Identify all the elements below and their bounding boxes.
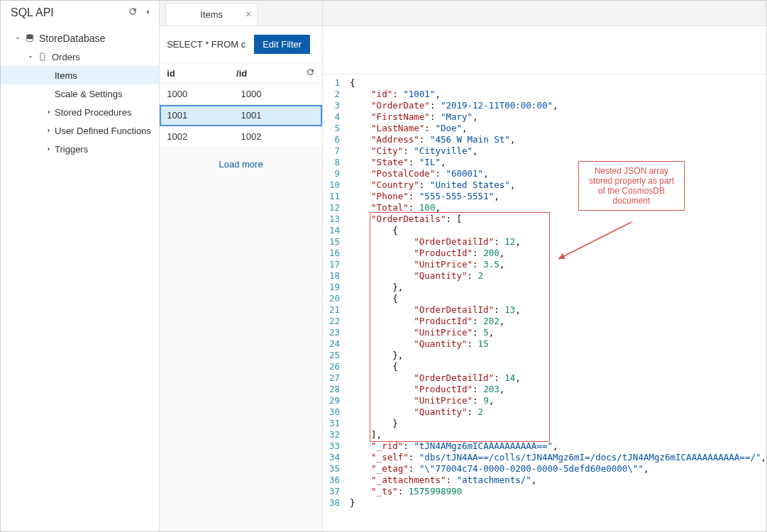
code-content[interactable]: { "id": "1001", "OrderDate": "2019-12-11… bbox=[344, 74, 766, 531]
document-editor: 1234567891011121314151617181920212223242… bbox=[323, 1, 766, 531]
tab-bar: Items × bbox=[160, 1, 322, 26]
tree-leaf[interactable]: Triggers bbox=[1, 140, 159, 158]
filter-bar: SELECT * FROM c Edit Filter bbox=[160, 26, 322, 63]
code-area[interactable]: 1234567891011121314151617181920212223242… bbox=[323, 74, 766, 531]
refresh-icon[interactable] bbox=[128, 6, 138, 19]
collapse-icon[interactable] bbox=[143, 6, 152, 19]
sidebar-title: SQL API bbox=[11, 6, 54, 19]
tree: StoreDatabase Orders ItemsScale & Settin… bbox=[1, 26, 159, 158]
list-header: id /id bbox=[160, 63, 322, 84]
cell-id: 1001 bbox=[167, 110, 241, 121]
tree-container[interactable]: Orders bbox=[1, 48, 159, 66]
list-item[interactable]: 10021002 bbox=[160, 126, 322, 148]
caret-down-icon bbox=[13, 35, 22, 42]
tree-database-label: StoreDatabase bbox=[39, 33, 105, 44]
tree-leaf-label: Scale & Settings bbox=[55, 89, 122, 99]
tab-label: Items bbox=[200, 9, 223, 20]
caret-down-icon bbox=[26, 53, 35, 60]
col-pk: /id bbox=[236, 68, 306, 79]
filter-query: SELECT * FROM c bbox=[167, 39, 245, 50]
load-more: Load more bbox=[160, 148, 322, 181]
cell-pk: 1001 bbox=[241, 110, 315, 121]
line-gutter: 1234567891011121314151617181920212223242… bbox=[323, 74, 344, 531]
tree-leaf-label: User Defined Functions bbox=[55, 126, 151, 136]
caret-right-icon bbox=[45, 109, 53, 116]
sidebar: SQL API StoreDatabase bbox=[1, 1, 160, 531]
editor-toolbar bbox=[323, 26, 766, 74]
tree-leaf-label: Stored Procedures bbox=[55, 107, 131, 118]
caret-right-icon bbox=[45, 127, 53, 134]
database-icon bbox=[23, 33, 36, 43]
sidebar-header: SQL API bbox=[1, 1, 159, 26]
container-icon bbox=[36, 52, 49, 62]
load-more-link[interactable]: Load more bbox=[219, 159, 263, 170]
tree-leaf[interactable]: Scale & Settings bbox=[1, 84, 159, 103]
list-item[interactable]: 10011001 bbox=[160, 105, 322, 126]
callout-text: Nested JSON array stored properly as par… bbox=[589, 166, 674, 206]
cell-id: 1002 bbox=[167, 131, 241, 142]
list-item[interactable]: 10001000 bbox=[160, 84, 322, 105]
cell-pk: 1002 bbox=[241, 131, 315, 142]
cell-pk: 1000 bbox=[241, 89, 315, 99]
close-icon[interactable]: × bbox=[245, 9, 251, 20]
tree-leaf[interactable]: Items bbox=[1, 66, 159, 84]
edit-filter-button[interactable]: Edit Filter bbox=[254, 35, 310, 54]
tree-leaf-label: Items bbox=[55, 70, 77, 81]
tree-leaf-label: Triggers bbox=[55, 144, 88, 155]
tab-items[interactable]: Items × bbox=[165, 3, 258, 26]
list-body: 100010001001100110021002 bbox=[160, 84, 322, 148]
items-panel: Items × SELECT * FROM c Edit Filter id /… bbox=[160, 1, 323, 531]
tree-leaf[interactable]: Stored Procedures bbox=[1, 103, 159, 121]
caret-right-icon bbox=[45, 145, 53, 153]
tree-leaf[interactable]: User Defined Functions bbox=[1, 121, 159, 140]
col-id: id bbox=[167, 68, 236, 79]
refresh-icon[interactable] bbox=[306, 67, 315, 79]
annotation-callout: Nested JSON array stored properly as par… bbox=[578, 161, 685, 211]
editor-tabbar bbox=[323, 1, 766, 26]
tree-database[interactable]: StoreDatabase bbox=[1, 29, 159, 48]
tree-container-label: Orders bbox=[52, 52, 80, 62]
cell-id: 1000 bbox=[167, 89, 241, 99]
